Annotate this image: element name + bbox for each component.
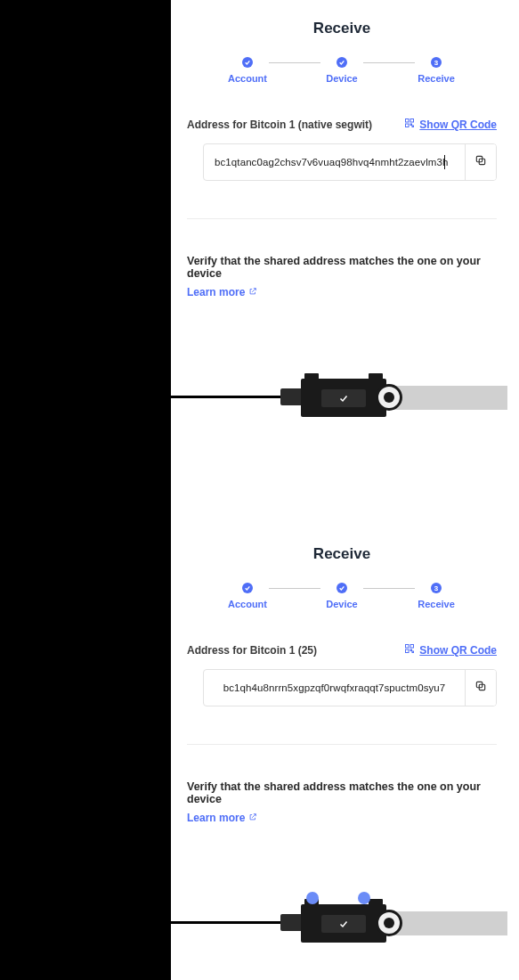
step-device: Device <box>315 583 369 609</box>
check-icon <box>338 919 349 929</box>
device-body <box>301 379 386 417</box>
device-screen <box>321 389 366 407</box>
receive-panel-1: Receive Account Device 3 Receive <box>171 0 519 453</box>
external-link-icon <box>248 286 257 298</box>
check-icon <box>338 393 349 404</box>
svg-rect-9 <box>406 649 410 653</box>
address-field[interactable]: bc1qtanc0ag2chsv7v6vuaq98hvq4nmht2zaevlm… <box>204 144 465 180</box>
step-label: Account <box>228 73 267 84</box>
step-connector <box>363 588 415 589</box>
learn-more-label: Learn more <box>187 286 245 298</box>
address-field-group: bc1qh4u8nrrn5xgpzqf0rwqfxraqqt7spuctm0sy… <box>203 669 497 706</box>
step-receive: 3 Receive <box>410 583 463 609</box>
verify-instruction: Verify that the shared address matches t… <box>187 255 497 280</box>
step-label: Device <box>326 599 357 609</box>
svg-rect-3 <box>410 124 412 126</box>
address-field-group: bc1qtanc0ag2chsv7v6vuaq98hvq4nmht2zaevlm… <box>203 143 497 181</box>
background-left-strip <box>0 0 171 980</box>
step-account: Account <box>221 583 274 609</box>
page-title: Receive <box>187 545 497 563</box>
device-hinge <box>376 384 402 411</box>
verify-instruction: Verify that the shared address matches t… <box>187 780 497 805</box>
address-value: bc1qtanc0ag2chsv7v6vuaq98hvq4nmht2zaevlm… <box>215 157 449 167</box>
svg-rect-8 <box>410 645 414 649</box>
step-number-badge: 3 <box>431 583 442 593</box>
hint-dot <box>358 892 370 904</box>
device-hinge <box>376 910 402 936</box>
svg-rect-2 <box>406 124 410 127</box>
device-body <box>301 904 386 943</box>
svg-rect-10 <box>410 649 412 651</box>
check-icon <box>337 583 347 593</box>
svg-rect-1 <box>410 119 414 123</box>
page-title: Receive <box>187 20 497 37</box>
address-for-label: Address for Bitcoin 1 (25) <box>187 644 317 657</box>
external-link-icon <box>248 812 257 824</box>
learn-more-link[interactable]: Learn more <box>187 812 257 824</box>
step-label: Account <box>228 599 267 609</box>
ledger-device-illustration <box>187 861 497 976</box>
svg-rect-0 <box>406 119 410 123</box>
address-value: bc1qh4u8nrrn5xgpzqf0rwqfxraqqt7spuctm0sy… <box>223 682 446 693</box>
step-connector <box>269 588 320 589</box>
copy-icon <box>474 154 487 170</box>
device-screen <box>321 915 366 933</box>
step-device: Device <box>315 57 369 84</box>
stepper: Account Device 3 Receive <box>187 57 497 84</box>
learn-more-label: Learn more <box>187 812 245 824</box>
check-icon <box>337 57 347 68</box>
copy-address-button[interactable] <box>465 144 496 180</box>
learn-more-link[interactable]: Learn more <box>187 286 257 298</box>
show-qr-code-link[interactable]: Show QR Code <box>404 643 497 657</box>
step-label: Device <box>326 73 357 84</box>
svg-rect-4 <box>412 126 414 127</box>
step-account: Account <box>221 57 274 84</box>
show-qr-code-label: Show QR Code <box>419 644 497 657</box>
section-divider <box>187 744 497 745</box>
svg-rect-11 <box>412 651 414 653</box>
show-qr-code-link[interactable]: Show QR Code <box>404 118 497 131</box>
copy-icon <box>474 680 487 696</box>
step-number-badge: 3 <box>431 57 442 68</box>
step-connector <box>269 62 320 63</box>
address-header: Address for Bitcoin 1 (native segwit) Sh… <box>187 118 497 131</box>
ledger-device-illustration <box>187 335 497 451</box>
svg-rect-7 <box>406 645 410 649</box>
qr-icon <box>404 643 415 657</box>
hint-dot <box>306 892 319 904</box>
address-header: Address for Bitcoin 1 (25) Show QR Code <box>187 643 497 657</box>
address-for-label: Address for Bitcoin 1 (native segwit) <box>187 118 372 131</box>
step-receive: 3 Receive <box>410 57 463 84</box>
check-icon <box>242 583 253 593</box>
text-cursor <box>444 155 445 169</box>
step-label: Receive <box>418 599 455 609</box>
step-label: Receive <box>418 73 455 84</box>
check-icon <box>242 57 253 68</box>
receive-panel-2: Receive Account Device 3 Receive <box>171 526 519 977</box>
copy-address-button[interactable] <box>465 670 496 706</box>
show-qr-code-label: Show QR Code <box>419 118 497 131</box>
section-divider <box>187 218 497 219</box>
address-field[interactable]: bc1qh4u8nrrn5xgpzqf0rwqfxraqqt7spuctm0sy… <box>204 670 465 706</box>
step-connector <box>363 62 415 63</box>
stepper: Account Device 3 Receive <box>187 583 497 609</box>
qr-icon <box>404 118 415 131</box>
